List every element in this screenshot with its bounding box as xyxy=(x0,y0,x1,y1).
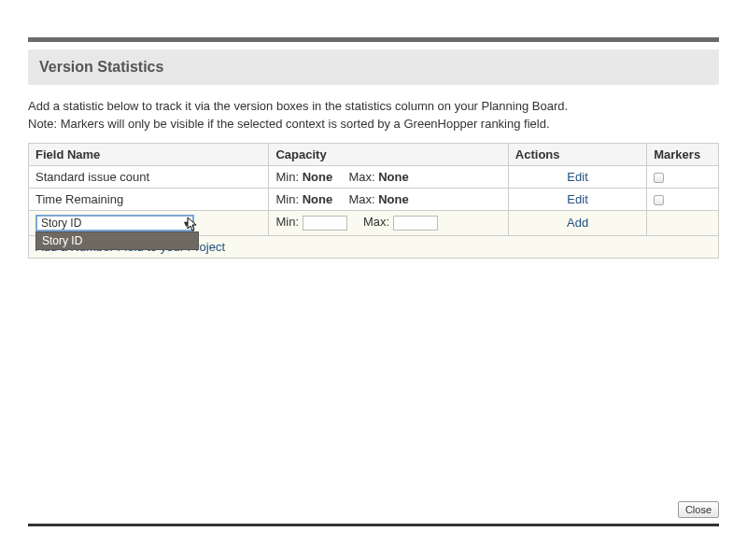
description-line: Add a statistic below to track it via th… xyxy=(28,98,719,116)
min-input[interactable] xyxy=(303,216,347,231)
field-select-value: Story ID xyxy=(41,217,81,230)
max-value: None xyxy=(378,192,409,206)
field-name: Time Remaining xyxy=(29,188,269,210)
col-capacity: Capacity xyxy=(269,143,508,165)
capacity-cell: Min: Max: xyxy=(269,210,508,235)
edit-link[interactable]: Edit xyxy=(515,170,640,184)
add-row: Story ID ▼ Story ID Min: Max: xyxy=(29,210,719,235)
col-markers: Markers xyxy=(647,143,719,165)
panel-title: Version Statistics xyxy=(28,49,719,85)
description-block: Add a statistic below to track it via th… xyxy=(28,85,719,143)
field-select-option[interactable]: Story ID xyxy=(35,231,199,250)
max-value: None xyxy=(378,170,409,184)
edit-link[interactable]: Edit xyxy=(515,192,640,206)
marker-checkbox[interactable] xyxy=(654,195,664,205)
description-line: Note: Markers will only be visible if th… xyxy=(28,116,719,133)
capacity-cell: Min: None Max: None xyxy=(269,188,508,210)
min-value: None xyxy=(303,192,333,206)
field-select[interactable]: Story ID ▼ xyxy=(35,215,194,231)
field-name: Standard issue count xyxy=(29,165,269,188)
col-field: Field Name xyxy=(29,143,269,165)
add-link[interactable]: Add xyxy=(515,216,640,230)
marker-checkbox[interactable] xyxy=(654,173,664,183)
bottom-rule xyxy=(28,524,719,526)
col-actions: Actions xyxy=(508,143,646,165)
min-value: None xyxy=(303,170,333,184)
chevron-down-icon: ▼ xyxy=(182,217,190,231)
table-row: Standard issue count Min: None Max: None… xyxy=(29,165,719,188)
table-row: Time Remaining Min: None Max: None Edit xyxy=(29,188,719,210)
max-input[interactable] xyxy=(393,216,438,231)
statistics-table: Field Name Capacity Actions Markers Stan… xyxy=(28,143,719,259)
field-select-cell: Story ID ▼ Story ID xyxy=(29,210,269,235)
min-label: Min: xyxy=(275,170,299,184)
max-label: Max: xyxy=(348,192,374,206)
top-rule xyxy=(28,37,719,42)
close-button[interactable]: Close xyxy=(678,501,719,518)
max-label: Max: xyxy=(348,170,374,184)
max-label: Max: xyxy=(363,215,389,229)
min-label: Min: xyxy=(275,215,299,229)
capacity-cell: Min: None Max: None xyxy=(269,165,508,188)
min-label: Min: xyxy=(275,192,299,206)
